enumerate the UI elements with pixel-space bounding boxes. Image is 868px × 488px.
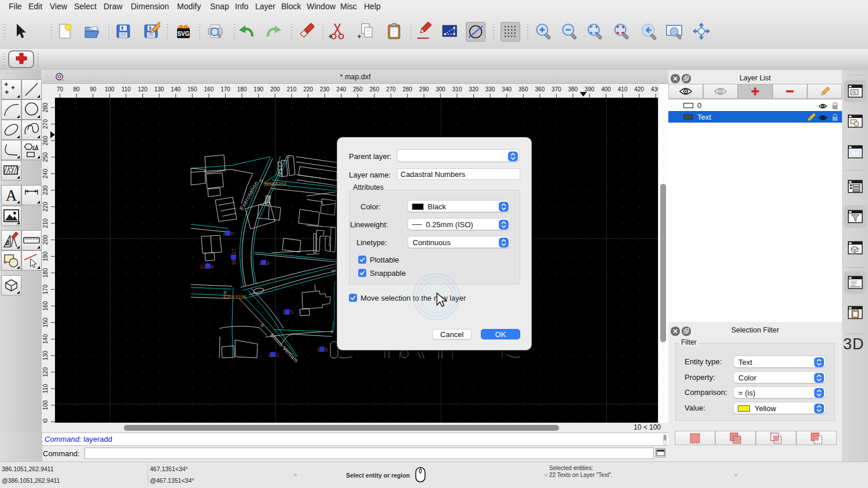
- svg-text:32563284: 32563284: [263, 181, 286, 187]
- svg-text:17: 17: [231, 249, 237, 254]
- svg-text:120: 120: [42, 367, 49, 377]
- svg-text:310: 310: [453, 86, 462, 93]
- svg-text:6: 6: [325, 347, 328, 353]
- svg-text:130: 130: [155, 86, 164, 93]
- svg-text:100: 100: [105, 86, 115, 93]
- svg-text:190: 190: [42, 252, 49, 261]
- svg-text:120: 120: [138, 86, 148, 93]
- svg-text:210: 210: [42, 218, 49, 228]
- svg-text:400: 400: [601, 86, 611, 93]
- svg-text:250: 250: [42, 152, 49, 162]
- svg-text:260: 260: [370, 86, 380, 93]
- svg-text:280: 280: [403, 86, 413, 93]
- svg-text:110: 110: [42, 384, 49, 393]
- svg-text:260: 260: [42, 135, 49, 145]
- svg-text:A: A: [6, 187, 17, 204]
- svg-text:240: 240: [336, 86, 346, 93]
- svg-text:150: 150: [187, 86, 197, 93]
- svg-text:200: 200: [270, 86, 280, 93]
- svg-text:250: 250: [353, 86, 363, 93]
- svg-text:180: 180: [237, 86, 247, 93]
- svg-text:360: 360: [535, 86, 545, 93]
- svg-text:160: 160: [42, 301, 49, 310]
- svg-text:170: 170: [220, 86, 230, 93]
- svg-text:370: 370: [551, 86, 561, 93]
- svg-text:350: 350: [518, 86, 528, 93]
- svg-text:90: 90: [42, 418, 49, 423]
- svg-text:220: 220: [303, 86, 313, 93]
- svg-text:390: 390: [584, 86, 594, 93]
- svg-text:0: 0: [231, 231, 234, 236]
- svg-text:80: 80: [73, 86, 80, 93]
- svg-text:330: 330: [486, 86, 495, 93]
- svg-text:21: 21: [200, 264, 206, 269]
- svg-text:140: 140: [42, 334, 49, 344]
- svg-text:300: 300: [436, 86, 446, 93]
- svg-text:9: 9: [267, 260, 270, 266]
- svg-text:410: 410: [618, 86, 628, 93]
- svg-text:230: 230: [42, 185, 49, 195]
- svg-text:52563236: 52563236: [223, 294, 247, 300]
- svg-text:100: 100: [42, 400, 49, 410]
- svg-text:170: 170: [42, 284, 49, 294]
- svg-text:140: 140: [171, 86, 181, 93]
- svg-text:200: 200: [42, 235, 49, 245]
- svg-text:320: 320: [469, 86, 479, 93]
- svg-text:180: 180: [42, 268, 49, 278]
- svg-text:340: 340: [502, 86, 512, 93]
- svg-text:90: 90: [90, 86, 97, 93]
- svg-text:190: 190: [253, 86, 263, 93]
- svg-text:270: 270: [42, 119, 49, 129]
- svg-text:420: 420: [634, 86, 644, 93]
- svg-text:280: 280: [42, 102, 49, 112]
- svg-text:380: 380: [568, 86, 578, 93]
- svg-text:90: 90: [231, 259, 237, 265]
- svg-text:230: 230: [320, 86, 330, 93]
- svg-text:3: 3: [290, 309, 293, 315]
- svg-text:290: 290: [419, 86, 429, 93]
- svg-text:SVG: SVG: [177, 31, 189, 37]
- svg-text:240: 240: [42, 169, 49, 179]
- svg-text:210: 210: [287, 86, 297, 93]
- svg-text:70: 70: [57, 86, 64, 93]
- svg-text:160: 160: [204, 86, 214, 93]
- svg-text:110: 110: [122, 86, 131, 93]
- svg-text:270: 270: [386, 86, 396, 93]
- svg-text:130: 130: [42, 350, 49, 360]
- svg-text:6: 6: [211, 264, 214, 269]
- svg-text:220: 220: [42, 202, 49, 212]
- svg-text:3: 3: [276, 352, 279, 358]
- svg-text:430: 430: [651, 86, 658, 93]
- svg-text:150: 150: [42, 317, 49, 327]
